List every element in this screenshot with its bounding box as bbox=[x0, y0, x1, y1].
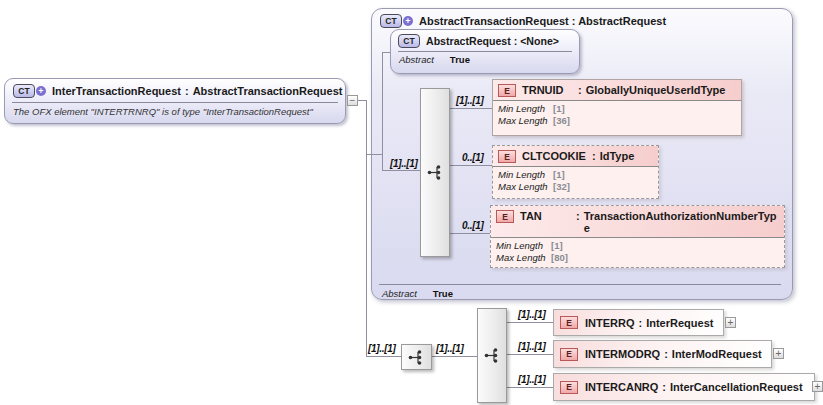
element-name: INTERMODRQ bbox=[585, 348, 660, 360]
facet-row: Max Length [80] bbox=[496, 252, 779, 264]
facet-label: Min Length bbox=[496, 240, 551, 252]
connector-line bbox=[448, 108, 492, 109]
facet-label: Max Length bbox=[496, 252, 551, 264]
type-separator: : bbox=[664, 348, 668, 360]
connector-line bbox=[505, 322, 553, 323]
connector-line bbox=[448, 165, 492, 166]
complex-type-title: AbstractTransactionRequest : AbstractReq… bbox=[419, 15, 666, 27]
facet-label: Min Length bbox=[498, 103, 553, 115]
connector-line bbox=[366, 100, 367, 356]
connector-line bbox=[382, 170, 420, 171]
sequence-icon bbox=[484, 347, 501, 364]
facet-value: [1] bbox=[553, 103, 565, 115]
root-base-type-name: AbstractTransactionRequest bbox=[193, 85, 343, 97]
connector-line bbox=[366, 356, 401, 357]
facet-value: [1] bbox=[551, 240, 563, 252]
element-box-tan[interactable]: E TAN :TransactionAuthorizationNumberTyp… bbox=[490, 205, 785, 268]
cardinality-label: [1]..[1] bbox=[368, 343, 396, 354]
facet-row: Max Length [36] bbox=[498, 115, 736, 127]
type-name: InterRequest bbox=[646, 317, 713, 329]
facet-value: [32] bbox=[553, 181, 570, 193]
complex-type-icon: CT bbox=[398, 34, 420, 48]
connector-line bbox=[505, 354, 553, 355]
cardinality-label: [1]..[1] bbox=[518, 374, 546, 385]
type-separator: : bbox=[578, 84, 582, 96]
complex-type-icon: CT bbox=[13, 84, 35, 98]
type-name: InterCancellationRequest bbox=[670, 381, 803, 393]
title-separator: : bbox=[185, 85, 189, 97]
element-type: :TransactionAuthorizationNumberType bbox=[576, 210, 779, 234]
type-name: IdType bbox=[600, 150, 635, 162]
abstract-label: Abstract bbox=[399, 54, 434, 65]
sequence-compositor[interactable] bbox=[420, 88, 450, 257]
cardinality-label: [1]..[1] bbox=[518, 341, 546, 352]
element-icon: E bbox=[498, 84, 516, 97]
element-type: :GloballyUniqueUserIdType bbox=[578, 84, 725, 96]
element-box-cltcookie[interactable]: E CLTCOOKIE :IdType Min Length [1] Max L… bbox=[492, 145, 659, 199]
element-box-interrq[interactable]: E INTERRQ : InterRequest bbox=[553, 309, 724, 336]
connector-line bbox=[382, 52, 383, 170]
base-type-title-row: CT AbstractRequest : <None> bbox=[391, 30, 579, 50]
collapse-toggle[interactable]: − bbox=[347, 95, 358, 106]
element-box-intercanrq[interactable]: E INTERCANRQ : InterCancellationRequest bbox=[553, 373, 815, 401]
expand-toggle[interactable]: + bbox=[812, 381, 823, 392]
abstract-property-row: Abstract True bbox=[374, 286, 461, 301]
complex-type-title-row: CT+ AbstractTransactionRequest : Abstrac… bbox=[372, 9, 792, 31]
facet-value: [80] bbox=[551, 252, 568, 264]
element-icon: E bbox=[496, 210, 514, 223]
element-name: INTERRQ bbox=[585, 317, 635, 329]
derived-plus-icon: + bbox=[403, 16, 413, 26]
element-box-intermodrq[interactable]: E INTERMODRQ : InterModRequest bbox=[553, 340, 772, 368]
facet-value: [36] bbox=[553, 115, 570, 127]
cardinality-label: [1]..[1] bbox=[436, 343, 464, 354]
facet-value: [1] bbox=[553, 169, 565, 181]
complex-type-box-inter-transaction-request[interactable]: CT+ InterTransactionRequest : AbstractTr… bbox=[4, 78, 346, 124]
element-name: INTERCANRQ bbox=[585, 381, 658, 393]
element-icon: E bbox=[560, 316, 578, 329]
abstract-property-row: Abstract True bbox=[391, 52, 579, 67]
root-title-row: CT+ InterTransactionRequest : AbstractTr… bbox=[5, 79, 345, 101]
facet-row: Max Length [32] bbox=[498, 181, 653, 193]
sequence-compositor[interactable] bbox=[477, 308, 507, 403]
type-separator: : bbox=[662, 381, 666, 393]
base-type-title: AbstractRequest : <None> bbox=[426, 35, 559, 47]
schema-diagram: CT+ AbstractTransactionRequest : Abstrac… bbox=[0, 0, 823, 405]
divider bbox=[379, 284, 781, 285]
connector-line bbox=[358, 100, 366, 101]
sequence-compositor[interactable] bbox=[401, 344, 432, 370]
element-facets: Min Length [1] Max Length [32] bbox=[493, 167, 658, 194]
cardinality-label: 0..[1] bbox=[462, 220, 484, 231]
connector-line bbox=[505, 387, 553, 388]
facet-label: Max Length bbox=[498, 115, 553, 127]
abstract-value: True bbox=[450, 54, 470, 65]
type-name: GloballyUniqueUserIdType bbox=[586, 84, 726, 96]
element-header: E CLTCOOKIE :IdType bbox=[493, 146, 658, 167]
element-icon: E bbox=[560, 381, 578, 394]
sequence-icon bbox=[408, 349, 425, 366]
complex-type-box-abstract-request[interactable]: CT AbstractRequest : <None> Abstract Tru… bbox=[390, 29, 580, 74]
element-header: E TAN :TransactionAuthorizationNumberTyp… bbox=[491, 206, 784, 238]
facet-label: Min Length bbox=[498, 169, 553, 181]
connector-line bbox=[448, 233, 490, 234]
connector-line bbox=[382, 52, 390, 53]
type-name: InterModRequest bbox=[672, 348, 762, 360]
element-icon: E bbox=[498, 150, 516, 163]
type-separator: : bbox=[639, 317, 643, 329]
sequence-icon bbox=[427, 164, 444, 181]
complex-type-icon: CT bbox=[380, 14, 402, 28]
element-name: TAN bbox=[520, 210, 570, 222]
element-type: :IdType bbox=[592, 150, 634, 162]
element-icon: E bbox=[560, 348, 578, 361]
type-separator: : bbox=[576, 210, 580, 234]
expand-toggle[interactable]: + bbox=[725, 317, 736, 328]
connector-line bbox=[430, 356, 477, 357]
root-type-name: InterTransactionRequest bbox=[52, 85, 181, 97]
cardinality-label: 0..[1] bbox=[462, 152, 484, 163]
element-header: E TRNUID :GloballyUniqueUserIdType bbox=[493, 80, 741, 101]
element-box-trnuid[interactable]: E TRNUID :GloballyUniqueUserIdType Min L… bbox=[492, 79, 742, 136]
cardinality-label: [1]..[1] bbox=[518, 309, 546, 320]
expand-toggle[interactable]: + bbox=[773, 348, 784, 359]
cardinality-label: [1]..[1] bbox=[456, 95, 484, 106]
cardinality-label: [1]..[1] bbox=[390, 158, 418, 169]
element-name: CLTCOOKIE bbox=[522, 150, 586, 162]
